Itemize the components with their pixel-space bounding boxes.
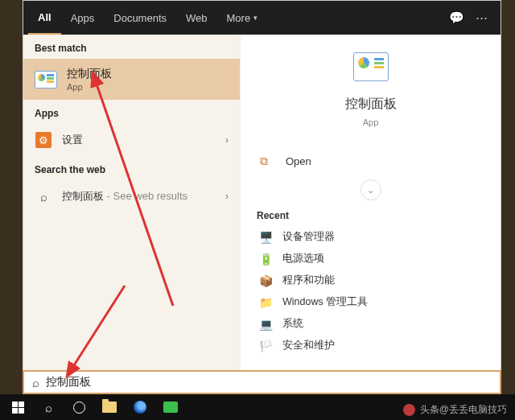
recent-header: Recent bbox=[257, 210, 484, 221]
feedback-icon[interactable]: 💬 bbox=[449, 10, 464, 25]
avatar-icon bbox=[403, 404, 415, 416]
file-explorer-button[interactable] bbox=[95, 394, 124, 420]
start-button[interactable] bbox=[3, 394, 32, 420]
browser-button[interactable] bbox=[126, 394, 154, 420]
web-search-item[interactable]: ⌕ 控制面板 - See web results › bbox=[23, 180, 240, 212]
windows-icon bbox=[12, 401, 24, 414]
recent-list: 🖥️设备管理器🔋电源选项📦程序和功能📁Windows 管理工具💻系统🏳️安全和维… bbox=[257, 226, 484, 356]
tab-apps[interactable]: Apps bbox=[61, 1, 105, 35]
preview-subtitle: App bbox=[363, 117, 379, 127]
recent-item[interactable]: 🖥️设备管理器 bbox=[257, 226, 484, 248]
circle-icon bbox=[73, 401, 85, 414]
tab-all[interactable]: All bbox=[28, 1, 61, 35]
recent-icon: 📁 bbox=[258, 296, 273, 309]
expand-toggle[interactable]: ⌄ bbox=[257, 179, 484, 200]
recent-item[interactable]: 📁Windows 管理工具 bbox=[257, 291, 484, 313]
chevron-down-icon: ▾ bbox=[253, 14, 258, 22]
chevron-down-icon: ⌄ bbox=[360, 179, 381, 200]
recent-label: 系统 bbox=[282, 317, 303, 331]
recent-icon: 🏳️ bbox=[258, 340, 273, 352]
cortana-button[interactable] bbox=[64, 394, 93, 420]
chevron-right-icon: › bbox=[225, 134, 229, 146]
search-input[interactable] bbox=[46, 376, 492, 389]
app-button[interactable] bbox=[156, 394, 185, 420]
recent-label: 电源选项 bbox=[282, 252, 324, 266]
search-icon: ⌕ bbox=[45, 401, 52, 414]
recent-label: 程序和功能 bbox=[282, 274, 335, 287]
tab-documents[interactable]: Documents bbox=[104, 1, 176, 35]
globe-icon bbox=[134, 401, 146, 414]
group-header-web: Search the web bbox=[23, 156, 240, 180]
group-header-apps: Apps bbox=[23, 100, 240, 124]
recent-item[interactable]: 🏳️安全和维护 bbox=[257, 335, 484, 356]
chevron-right-icon: › bbox=[225, 191, 229, 202]
control-panel-icon bbox=[353, 52, 389, 81]
recent-label: Windows 管理工具 bbox=[282, 295, 368, 309]
open-label: Open bbox=[286, 155, 311, 167]
recent-icon: 🔋 bbox=[258, 253, 273, 266]
tab-more-label: More bbox=[227, 12, 251, 24]
results-body: Best match 控制面板 App Apps ⚙ 设置 › Search t… bbox=[23, 35, 501, 393]
tab-more[interactable]: More ▾ bbox=[217, 1, 268, 35]
search-results-panel: All Apps Documents Web More ▾ 💬 ⋯ Best m… bbox=[23, 0, 501, 393]
folder-icon bbox=[102, 401, 117, 413]
control-panel-icon bbox=[35, 71, 57, 89]
group-header-best-match: Best match bbox=[23, 35, 240, 59]
recent-label: 设备管理器 bbox=[282, 230, 335, 244]
recent-item[interactable]: 💻系统 bbox=[257, 313, 484, 335]
preview-pane: 控制面板 App ⧉ Open ⌄ Recent 🖥️设备管理器🔋电源选项📦程序… bbox=[241, 35, 501, 393]
app-icon bbox=[163, 401, 178, 413]
results-list: Best match 控制面板 App Apps ⚙ 设置 › Search t… bbox=[23, 35, 241, 393]
watermark: 头条@丢丢电脑技巧 bbox=[403, 403, 507, 417]
recent-icon: 💻 bbox=[258, 318, 273, 331]
best-match-item[interactable]: 控制面板 App bbox=[23, 59, 240, 100]
preview-title: 控制面板 bbox=[345, 96, 397, 113]
web-search-label: 控制面板 - See web results bbox=[62, 189, 216, 204]
search-bar[interactable]: ⌕ bbox=[23, 370, 501, 394]
gear-icon: ⚙ bbox=[35, 132, 52, 148]
recent-item[interactable]: 📦程序和功能 bbox=[257, 270, 484, 291]
taskbar-search-button[interactable]: ⌕ bbox=[34, 394, 63, 420]
more-options-icon[interactable]: ⋯ bbox=[476, 10, 488, 25]
filter-tabs: All Apps Documents Web More ▾ 💬 ⋯ bbox=[23, 1, 501, 35]
apps-item-label: 设置 bbox=[62, 133, 216, 147]
recent-item[interactable]: 🔋电源选项 bbox=[257, 248, 484, 270]
best-match-subtitle: App bbox=[67, 82, 112, 92]
search-icon: ⌕ bbox=[32, 376, 39, 389]
recent-label: 安全和维护 bbox=[282, 339, 335, 352]
open-icon: ⧉ bbox=[260, 154, 274, 168]
recent-icon: 🖥️ bbox=[258, 231, 273, 244]
best-match-title: 控制面板 bbox=[67, 67, 112, 81]
tab-web[interactable]: Web bbox=[176, 1, 217, 35]
apps-item-settings[interactable]: ⚙ 设置 › bbox=[23, 124, 240, 156]
recent-icon: 📦 bbox=[258, 274, 273, 287]
search-icon: ⌕ bbox=[35, 187, 52, 205]
open-action[interactable]: ⧉ Open bbox=[257, 146, 484, 176]
